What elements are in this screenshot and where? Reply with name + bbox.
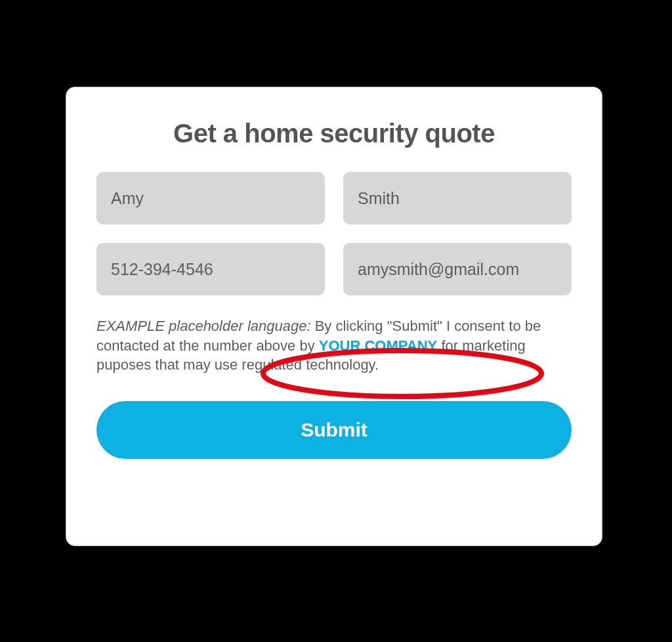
fields-grid: [96, 172, 572, 295]
consent-lead: EXAMPLE placeholder language:: [96, 318, 311, 334]
consent-text: EXAMPLE placeholder language: By clickin…: [96, 316, 572, 375]
last-name-field[interactable]: [343, 172, 572, 225]
phone-field[interactable]: [96, 243, 325, 295]
first-name-field[interactable]: [96, 172, 325, 225]
quote-form-card: Get a home security quote EXAMPLE placeh…: [66, 87, 602, 546]
consent-company: YOUR COMPANY: [319, 337, 438, 354]
email-field[interactable]: [343, 243, 572, 295]
submit-button[interactable]: Submit: [96, 401, 572, 459]
form-title: Get a home security quote: [96, 119, 572, 148]
